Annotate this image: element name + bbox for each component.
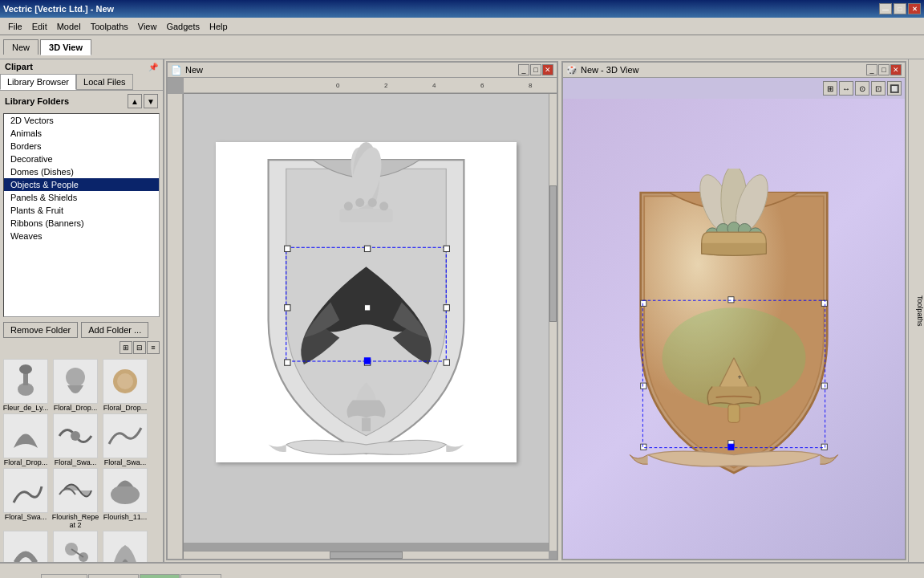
tab-drawing[interactable]: Drawing	[41, 574, 87, 578]
3d-tool-1[interactable]: ⊞	[823, 81, 837, 96]
thumb-flourish-11b[interactable]: Flourish_11...	[2, 531, 50, 563]
svg-point-5	[117, 373, 133, 389]
thumb-floral-swa-2[interactable]: Floral_Swa...	[101, 413, 149, 466]
folder-2d-vectors[interactable]: 2D Vectors	[4, 114, 159, 127]
thumb-flourish-repeat[interactable]: Flourish_Repeat 2	[51, 468, 99, 529]
vp-2d-minimize[interactable]: _	[518, 64, 529, 75]
thumb-img-3	[103, 359, 148, 404]
thumb-floral-swa-1[interactable]: Floral_Swa...	[51, 413, 99, 466]
vp-3d-maximize[interactable]: □	[878, 64, 890, 75]
arrow-down-button[interactable]: ▼	[144, 94, 158, 108]
thumb-flourish-12a[interactable]: Flourish_12...	[101, 531, 149, 563]
menu-file[interactable]: File	[3, 20, 27, 33]
thumb-label-2: Floral_Drop...	[54, 404, 98, 412]
library-folders-header: Library Folders ▲ ▼	[0, 91, 163, 112]
scrollbar-thumb-v[interactable]	[549, 185, 557, 323]
menu-toolpaths[interactable]: Toolpaths	[86, 20, 133, 33]
drawing-area[interactable]	[216, 142, 517, 462]
folder-decorative[interactable]: Decorative	[4, 153, 159, 165]
vp-3d-close[interactable]: ✕	[890, 64, 902, 75]
svg-rect-62	[821, 383, 827, 389]
close-button[interactable]: ✕	[908, 3, 921, 14]
thumb-row-1: Fleur_de_Ly... Floral_Drop...	[2, 359, 161, 412]
thumb-floral-drop-3[interactable]: Floral_Drop...	[2, 413, 50, 466]
folder-objects-people[interactable]: Objects & People	[4, 178, 159, 191]
svg-text:+: +	[737, 372, 741, 381]
folder-domes[interactable]: Domes (Dishes)	[4, 165, 159, 178]
minimize-button[interactable]: —	[879, 3, 892, 14]
vp-3d-minimize[interactable]: _	[866, 64, 877, 75]
folder-borders[interactable]: Borders	[4, 140, 159, 153]
thumb-img-6	[103, 413, 148, 458]
thumb-img-12	[103, 531, 148, 563]
canvas-3d[interactable]: +	[563, 99, 905, 559]
menu-gadgets[interactable]: Gadgets	[161, 20, 205, 33]
tab-new[interactable]: New	[3, 39, 38, 55]
3d-tool-2[interactable]: ↔	[839, 81, 853, 96]
menu-view[interactable]: View	[133, 20, 162, 33]
thumb-floral-drop-1[interactable]: Floral_Drop...	[51, 359, 99, 412]
add-folder-button[interactable]: Add Folder ...	[81, 322, 148, 338]
viewport-2d-inner[interactable]: 0 2 4 6 8	[168, 78, 557, 559]
3d-tool-5[interactable]: 🔲	[887, 81, 902, 96]
thumb-flourish-11c[interactable]: Flourish_11...	[51, 531, 99, 563]
3d-tool-3[interactable]: ⊙	[855, 81, 869, 96]
thumb-img-9	[103, 468, 148, 513]
menu-model[interactable]: Model	[52, 20, 86, 33]
svg-rect-47	[364, 358, 370, 364]
canvas-2d[interactable]	[184, 94, 549, 543]
tab-layers[interactable]: Layers	[180, 574, 221, 578]
folder-plants-fruit[interactable]: Plants & Fruit	[4, 204, 159, 217]
thumb-label-7: Floral_Swa...	[5, 513, 47, 521]
window-controls: — □ ✕	[879, 3, 921, 14]
thumb-label-1: Fleur_de_Ly...	[3, 404, 49, 412]
view-small-icon[interactable]: ⊟	[133, 341, 146, 354]
maximize-button[interactable]: □	[894, 3, 906, 14]
folder-list: 2D Vectors Animals Borders Decorative Do…	[3, 113, 160, 317]
menu-help[interactable]: Help	[205, 20, 233, 33]
vp-3d-icon: 🎲	[566, 65, 578, 75]
left-panel: Clipart 📌 Library Browser Local Files Li…	[0, 59, 164, 562]
svg-text:4: 4	[432, 82, 436, 89]
ruler-horizontal: 0 2 4 6 8	[184, 78, 557, 94]
scrollbar-thumb-h[interactable]	[330, 552, 403, 559]
remove-folder-button[interactable]: Remove Folder	[3, 322, 78, 338]
tab-local-files[interactable]: Local Files	[76, 74, 133, 90]
svg-rect-41	[285, 305, 290, 311]
folder-weaves[interactable]: Weaves	[4, 230, 159, 242]
svg-rect-39	[364, 246, 370, 251]
scrollbar-horizontal-2d[interactable]	[184, 551, 549, 559]
svg-text:8: 8	[529, 82, 533, 89]
svg-rect-40	[444, 246, 449, 251]
vp-2d-close[interactable]: ✕	[542, 64, 553, 75]
folder-animals[interactable]: Animals	[4, 127, 159, 140]
thumb-fleur-de-ly[interactable]: Fleur_de_Ly...	[2, 359, 50, 412]
tab-clipart[interactable]: Clipart	[140, 574, 180, 578]
scrollbar-vertical-2d[interactable]	[549, 94, 557, 551]
arrow-up-button[interactable]: ▲	[128, 94, 142, 108]
thumb-flourish-11a[interactable]: Flourish_11...	[101, 468, 149, 529]
3d-tool-4[interactable]: ⊡	[871, 81, 886, 96]
thumb-floral-drop-2[interactable]: Floral_Drop...	[101, 359, 149, 412]
tab-library-browser[interactable]: Library Browser	[0, 74, 76, 90]
folder-ribbons[interactable]: Ribbons (Banners)	[4, 217, 159, 230]
folder-panels-shields[interactable]: Panels & Shields	[4, 191, 159, 204]
thumbnail-grid: Fleur_de_Ly... Floral_Drop...	[0, 357, 163, 563]
view-large-icon[interactable]: ⊞	[120, 341, 132, 354]
thumb-floral-swa-3[interactable]: Floral_Swa...	[2, 468, 50, 529]
tab-3dview[interactable]: 3D View	[40, 39, 91, 55]
menu-edit[interactable]: Edit	[27, 20, 52, 33]
thumb-label-4: Floral_Drop...	[4, 458, 48, 466]
view-list-icon[interactable]: ≡	[147, 341, 160, 354]
tab-modeling[interactable]: Modeling	[88, 574, 139, 578]
thumb-img-10	[3, 531, 48, 563]
svg-rect-60	[821, 300, 827, 306]
main-layout: Clipart 📌 Library Browser Local Files Li…	[0, 59, 924, 562]
ruler-vertical	[168, 94, 184, 559]
document-toolbar: New 3D View	[0, 35, 924, 59]
vp-2d-maximize[interactable]: □	[530, 64, 541, 75]
thumb-label-9: Flourish_11...	[103, 513, 148, 521]
title-bar: Vectric [Vectric Ltd.] - New — □ ✕	[0, 0, 924, 18]
svg-point-6	[71, 431, 80, 441]
svg-rect-63	[641, 444, 646, 450]
